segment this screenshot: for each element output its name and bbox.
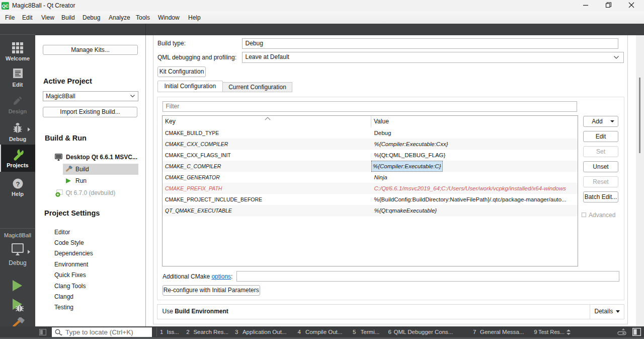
- svg-text:QC: QC: [2, 4, 9, 9]
- svg-text:?: ?: [16, 180, 20, 188]
